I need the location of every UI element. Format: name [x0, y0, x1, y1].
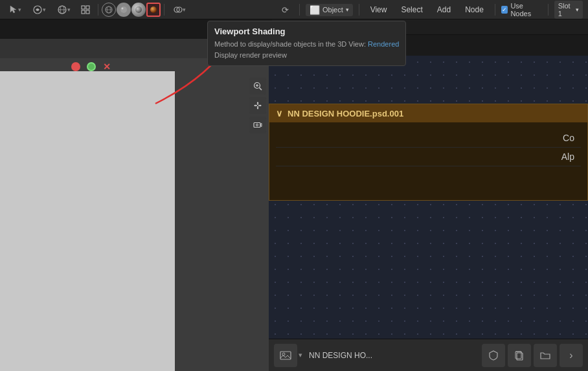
top-bar-left-icons: ▾ ▾ ▾ [3, 2, 191, 17]
overlay-toggle-btn[interactable]: ▾ [168, 2, 191, 17]
tooltip-desc-line2: Display render preview [214, 51, 287, 59]
viewport-toggle-btn[interactable]: ⟳ [277, 2, 293, 17]
svg-marker-22 [257, 102, 259, 104]
sculpt-btn[interactable]: ▾ [27, 2, 51, 17]
svg-point-12 [122, 7, 124, 9]
material-shading-btn[interactable] [131, 3, 146, 17]
copy-btn[interactable] [508, 344, 531, 367]
separator-1 [98, 4, 98, 16]
image-type-icon [274, 344, 297, 367]
top-bar-right: ⟳ ⬜ Object ▾ View Select Add Node ✓ Use … [272, 0, 588, 19]
image-name: NN DESIGN HO... [306, 351, 478, 360]
add-menu[interactable]: Add [432, 4, 456, 16]
image-selector[interactable]: ▾ [274, 344, 302, 367]
svg-rect-4 [82, 6, 85, 9]
svg-point-28 [256, 124, 258, 126]
wireframe-shading-btn[interactable] [102, 3, 116, 17]
svg-marker-27 [260, 124, 262, 127]
camera-tool-btn[interactable] [249, 117, 266, 133]
main-area: ✕ [0, 39, 588, 371]
object-mode-dropdown[interactable]: ⬜ Object ▾ [306, 4, 353, 16]
select-menu[interactable]: Select [396, 4, 427, 16]
zoom-tool-btn[interactable] [249, 78, 266, 95]
viewport-3d[interactable]: ✕ [0, 39, 269, 371]
shield-btn[interactable] [482, 344, 505, 367]
pan-tool-btn[interactable] [249, 97, 266, 114]
separator-5 [495, 4, 495, 16]
tooltip-desc-link: Rendered [368, 40, 399, 48]
use-nodes-label: Use Nodes [510, 2, 541, 17]
hoodie-panel-content: Co Alp [269, 122, 587, 200]
side-tools [249, 78, 266, 133]
tooltip-title: Viewport Shading [214, 27, 399, 36]
svg-point-11 [120, 6, 127, 13]
nav-arrow-btn[interactable]: › [560, 344, 583, 367]
separator-2 [164, 4, 164, 16]
color-property-label: Co [563, 133, 574, 143]
tooltip-desc-line1: Method to display/shade objects in the 3… [214, 40, 366, 48]
svg-line-19 [260, 88, 262, 91]
color-property-row: Co [276, 129, 581, 148]
shading-modes [102, 3, 161, 17]
svg-rect-29 [280, 352, 291, 359]
separator-3 [299, 4, 300, 16]
svg-marker-23 [257, 108, 259, 110]
solid-shading-btn[interactable] [117, 3, 131, 17]
use-nodes-toggle[interactable]: ✓ Use Nodes [501, 2, 542, 17]
viewport-white-area [0, 71, 175, 371]
cursor-tool-btn[interactable]: ▾ [3, 2, 26, 17]
hoodie-title-label: NN DESIGN HOODIE.psd.001 [288, 109, 403, 118]
slot-dropdown[interactable]: Slot 1 ▾ [554, 1, 583, 19]
alpha-property-label: Alp [561, 152, 574, 162]
svg-point-13 [135, 6, 142, 13]
svg-rect-6 [82, 10, 85, 14]
node-menu[interactable]: Node [460, 4, 489, 16]
use-nodes-checkbox[interactable]: ✓ [501, 6, 508, 14]
separator-4 [359, 4, 359, 16]
x-dot: ✕ [102, 62, 111, 71]
tooltip-description: Method to display/shade objects in the 3… [214, 39, 399, 60]
viewport-light-area [0, 71, 175, 371]
world-btn[interactable]: ▾ [52, 2, 75, 17]
hoodie-panel-title[interactable]: ∨ NN DESIGN HOODIE.psd.001 [269, 104, 587, 122]
separator-6 [548, 4, 548, 16]
red-dot [71, 62, 80, 71]
viewport-shading-tooltip: Viewport Shading Method to display/shade… [207, 21, 406, 66]
svg-point-30 [282, 353, 285, 355]
svg-rect-26 [254, 123, 260, 128]
image-dropdown-arrow[interactable]: ▾ [299, 351, 302, 359]
object-mode-label: Object [322, 6, 343, 14]
rendered-shading-btn[interactable] [146, 3, 161, 17]
slot-label: Slot 1 [558, 2, 574, 17]
svg-marker-24 [254, 105, 256, 107]
svg-point-14 [150, 6, 157, 13]
folder-btn[interactable] [534, 344, 557, 367]
svg-marker-25 [260, 105, 262, 107]
view-menu[interactable]: View [365, 4, 392, 16]
editor-type-btn[interactable] [76, 2, 95, 17]
green-dot [87, 62, 96, 71]
svg-rect-5 [86, 6, 89, 9]
bottom-action-icons: › [482, 344, 583, 367]
hoodie-panel: ∨ NN DESIGN HOODIE.psd.001 Co Alp [269, 104, 588, 201]
bottom-strip: ▾ NN DESIGN HO... [269, 339, 588, 371]
alpha-property-row: Alp [276, 148, 581, 166]
color-dots: ✕ [71, 62, 111, 71]
svg-rect-7 [86, 10, 89, 14]
top-bar: ▾ ▾ ▾ [0, 0, 588, 19]
chevron-icon: ∨ [276, 108, 282, 118]
